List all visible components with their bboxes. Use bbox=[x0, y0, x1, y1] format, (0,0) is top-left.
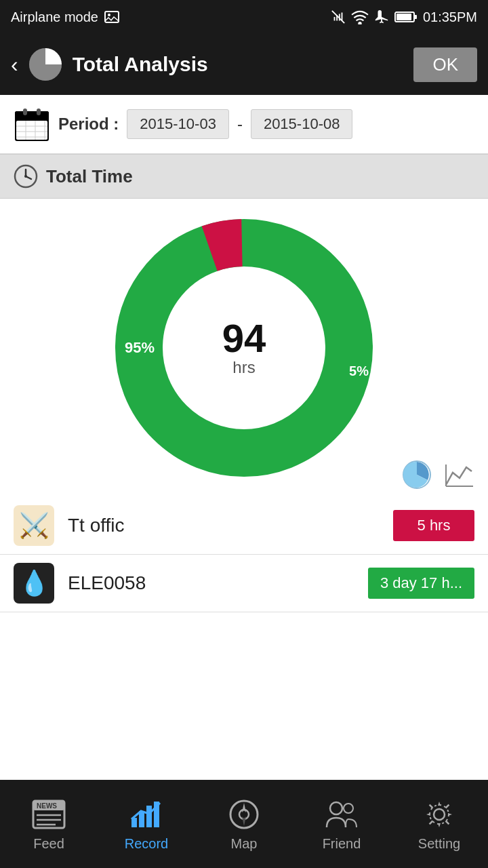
svg-rect-6 bbox=[414, 15, 417, 19]
setting-label: Setting bbox=[418, 836, 460, 852]
svg-marker-42 bbox=[242, 803, 246, 812]
svg-point-22 bbox=[24, 175, 27, 178]
nav-item-record[interactable]: Record bbox=[99, 797, 194, 852]
svg-point-41 bbox=[239, 810, 249, 819]
status-right: 01:35PM bbox=[331, 9, 477, 25]
total-time-label: Total Time bbox=[46, 166, 133, 187]
period-label: Period : bbox=[58, 115, 119, 134]
list-item[interactable]: ⚔️ Tt offic 5 hrs bbox=[0, 497, 488, 555]
calendar-icon bbox=[14, 106, 50, 142]
map-icon bbox=[226, 797, 262, 832]
header-left: ‹ Total Analysis bbox=[11, 45, 208, 83]
period-row: Period : 2015-10-03 - 2015-10-08 bbox=[0, 95, 488, 154]
record-icon bbox=[129, 797, 164, 832]
svg-text:NEWS: NEWS bbox=[37, 802, 57, 810]
setting-icon bbox=[422, 797, 457, 832]
svg-rect-37 bbox=[146, 806, 152, 827]
svg-point-3 bbox=[359, 22, 361, 24]
donut-hours-value: 94 bbox=[222, 319, 266, 358]
total-time-section-header: Total Time bbox=[0, 154, 488, 199]
page-title: Total Analysis bbox=[73, 53, 208, 76]
period-dash: - bbox=[237, 115, 243, 134]
svg-point-45 bbox=[344, 804, 353, 813]
svg-rect-0 bbox=[105, 12, 119, 22]
nav-item-feed[interactable]: NEWS Feed bbox=[1, 797, 96, 852]
airplane-mode-label: Airplane mode bbox=[11, 9, 98, 25]
svg-rect-17 bbox=[23, 108, 27, 115]
map-label: Map bbox=[231, 836, 258, 852]
tt-offic-time-badge: 5 hrs bbox=[393, 510, 474, 541]
app-list: ⚔️ Tt offic 5 hrs 💧 ELE0058 3 day 17 h..… bbox=[0, 497, 488, 612]
end-date[interactable]: 2015-10-08 bbox=[251, 109, 353, 139]
tt-offic-app-name: Tt offic bbox=[68, 515, 380, 536]
app-header: ‹ Total Analysis OK bbox=[0, 34, 488, 95]
feed-icon: NEWS bbox=[31, 797, 66, 832]
svg-rect-36 bbox=[139, 811, 144, 827]
ele0058-app-name: ELE0058 bbox=[68, 572, 354, 594]
image-icon bbox=[104, 9, 120, 25]
record-label: Record bbox=[125, 836, 168, 852]
tt-offic-app-icon: ⚔️ bbox=[14, 505, 54, 546]
donut-chart: 94 hrs 95% 5% bbox=[115, 219, 373, 477]
donut-center: 94 hrs bbox=[222, 319, 266, 377]
nav-item-map[interactable]: Map bbox=[197, 797, 291, 852]
pie-chart-header-icon bbox=[26, 45, 64, 83]
line-chart-icon[interactable] bbox=[443, 459, 474, 490]
nav-item-setting[interactable]: Setting bbox=[392, 797, 487, 852]
wifi-icon bbox=[351, 9, 369, 24]
ok-button[interactable]: OK bbox=[413, 47, 477, 82]
svg-point-1 bbox=[108, 14, 110, 16]
svg-rect-5 bbox=[396, 14, 411, 20]
svg-point-46 bbox=[434, 809, 445, 820]
friend-label: Friend bbox=[323, 836, 361, 852]
ele0058-app-icon: 💧 bbox=[14, 563, 54, 604]
status-left: Airplane mode bbox=[11, 9, 120, 25]
start-date[interactable]: 2015-10-03 bbox=[127, 109, 229, 139]
time-label: 01:35PM bbox=[423, 9, 477, 25]
donut-chart-area: 94 hrs 95% 5% bbox=[0, 199, 488, 497]
nav-item-friend[interactable]: Friend bbox=[294, 797, 389, 852]
status-bar: Airplane mode 01:35PM bbox=[0, 0, 488, 34]
back-button[interactable]: ‹ bbox=[11, 52, 18, 77]
feed-label: Feed bbox=[33, 836, 64, 852]
friend-icon bbox=[324, 797, 359, 832]
list-item[interactable]: 💧 ELE0058 3 day 17 h... bbox=[0, 555, 488, 612]
svg-point-44 bbox=[330, 802, 342, 814]
battery-icon bbox=[394, 11, 418, 23]
svg-marker-43 bbox=[242, 816, 246, 826]
svg-rect-18 bbox=[37, 108, 41, 115]
pct-95-label: 95% bbox=[125, 339, 155, 357]
svg-rect-9 bbox=[15, 111, 49, 121]
ele0058-time-badge: 3 day 17 h... bbox=[368, 568, 474, 599]
donut-hrs-label: hrs bbox=[222, 358, 266, 377]
chart-type-icons bbox=[401, 459, 474, 490]
pct-5-label: 5% bbox=[349, 363, 369, 379]
airplane-icon bbox=[374, 9, 389, 24]
bottom-navigation: NEWS Feed Record bbox=[0, 780, 488, 868]
pie-chart-icon[interactable] bbox=[401, 459, 432, 490]
signal-icon bbox=[331, 9, 346, 24]
clock-icon bbox=[14, 164, 38, 189]
